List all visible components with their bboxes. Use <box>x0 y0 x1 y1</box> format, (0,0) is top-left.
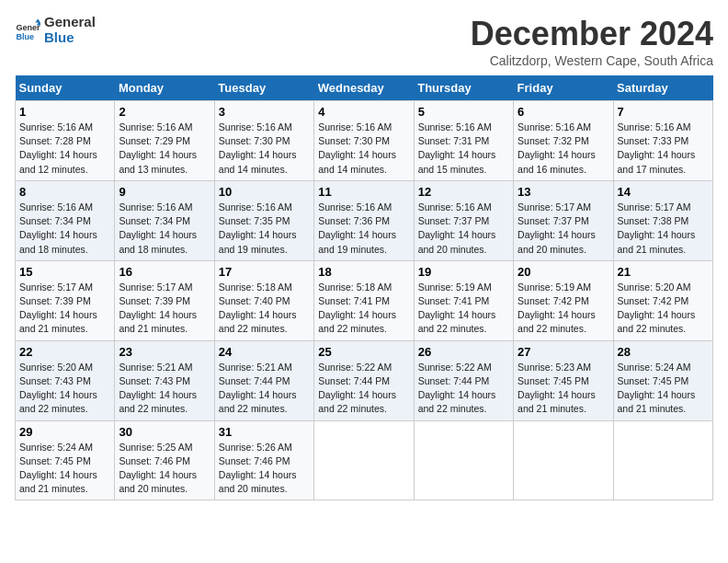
day-cell: 18Sunrise: 5:18 AMSunset: 7:41 PMDayligh… <box>314 260 414 340</box>
svg-text:Blue: Blue <box>16 31 34 40</box>
day-info: Sunrise: 5:20 AMSunset: 7:43 PMDaylight:… <box>19 361 110 417</box>
day-cell <box>414 420 513 500</box>
day-info: Sunrise: 5:20 AMSunset: 7:42 PMDaylight:… <box>618 281 709 337</box>
day-number: 21 <box>618 265 709 279</box>
day-info: Sunrise: 5:26 AMSunset: 7:46 PMDaylight:… <box>219 441 310 497</box>
header-monday: Monday <box>115 75 214 101</box>
day-number: 25 <box>318 345 409 359</box>
day-number: 20 <box>518 265 609 279</box>
calendar-table: SundayMondayTuesdayWednesdayThursdayFrid… <box>15 75 713 500</box>
logo: General Blue General Blue <box>15 15 96 45</box>
day-cell: 4Sunrise: 5:16 AMSunset: 7:30 PMDaylight… <box>314 101 414 181</box>
day-number: 22 <box>19 345 110 359</box>
day-cell <box>314 420 414 500</box>
day-info: Sunrise: 5:16 AMSunset: 7:37 PMDaylight:… <box>418 201 509 257</box>
day-number: 28 <box>618 345 709 359</box>
page-header: General Blue General Blue December 2024 … <box>15 15 713 68</box>
calendar-body: 1Sunrise: 5:16 AMSunset: 7:28 PMDaylight… <box>16 101 713 500</box>
day-cell: 9Sunrise: 5:16 AMSunset: 7:34 PMDaylight… <box>115 180 214 260</box>
day-info: Sunrise: 5:21 AMSunset: 7:43 PMDaylight:… <box>119 361 210 417</box>
day-cell: 14Sunrise: 5:17 AMSunset: 7:38 PMDayligh… <box>613 180 712 260</box>
day-cell <box>514 420 613 500</box>
day-number: 31 <box>219 425 310 439</box>
week-row-3: 15Sunrise: 5:17 AMSunset: 7:39 PMDayligh… <box>16 260 713 340</box>
day-cell: 19Sunrise: 5:19 AMSunset: 7:41 PMDayligh… <box>414 260 513 340</box>
day-number: 7 <box>618 105 709 119</box>
day-cell <box>613 420 712 500</box>
week-row-5: 29Sunrise: 5:24 AMSunset: 7:45 PMDayligh… <box>16 420 713 500</box>
day-info: Sunrise: 5:17 AMSunset: 7:39 PMDaylight:… <box>119 281 210 337</box>
day-cell: 29Sunrise: 5:24 AMSunset: 7:45 PMDayligh… <box>16 420 115 500</box>
week-row-4: 22Sunrise: 5:20 AMSunset: 7:43 PMDayligh… <box>16 340 713 420</box>
day-cell: 7Sunrise: 5:16 AMSunset: 7:33 PMDaylight… <box>613 101 712 181</box>
day-info: Sunrise: 5:16 AMSunset: 7:29 PMDaylight:… <box>119 121 210 177</box>
day-info: Sunrise: 5:25 AMSunset: 7:46 PMDaylight:… <box>119 441 210 497</box>
day-number: 6 <box>518 105 609 119</box>
day-number: 30 <box>119 425 210 439</box>
day-number: 13 <box>518 185 609 199</box>
day-cell: 21Sunrise: 5:20 AMSunset: 7:42 PMDayligh… <box>613 260 712 340</box>
day-number: 16 <box>119 265 210 279</box>
day-cell: 17Sunrise: 5:18 AMSunset: 7:40 PMDayligh… <box>214 260 313 340</box>
day-cell: 1Sunrise: 5:16 AMSunset: 7:28 PMDaylight… <box>16 101 115 181</box>
day-info: Sunrise: 5:22 AMSunset: 7:44 PMDaylight:… <box>418 361 509 417</box>
day-info: Sunrise: 5:16 AMSunset: 7:33 PMDaylight:… <box>618 121 709 177</box>
day-cell: 30Sunrise: 5:25 AMSunset: 7:46 PMDayligh… <box>115 420 214 500</box>
day-info: Sunrise: 5:16 AMSunset: 7:32 PMDaylight:… <box>518 121 609 177</box>
day-cell: 26Sunrise: 5:22 AMSunset: 7:44 PMDayligh… <box>414 340 513 420</box>
logo-icon: General Blue <box>15 17 40 43</box>
day-info: Sunrise: 5:16 AMSunset: 7:35 PMDaylight:… <box>219 201 310 257</box>
day-number: 19 <box>418 265 509 279</box>
day-cell: 22Sunrise: 5:20 AMSunset: 7:43 PMDayligh… <box>16 340 115 420</box>
header-thursday: Thursday <box>414 75 513 101</box>
day-cell: 13Sunrise: 5:17 AMSunset: 7:37 PMDayligh… <box>514 180 613 260</box>
day-number: 5 <box>418 105 509 119</box>
day-cell: 3Sunrise: 5:16 AMSunset: 7:30 PMDaylight… <box>214 101 313 181</box>
day-number: 10 <box>219 185 310 199</box>
day-cell: 12Sunrise: 5:16 AMSunset: 7:37 PMDayligh… <box>414 180 513 260</box>
day-info: Sunrise: 5:16 AMSunset: 7:36 PMDaylight:… <box>318 201 409 257</box>
header-friday: Friday <box>514 75 613 101</box>
day-number: 14 <box>618 185 709 199</box>
day-number: 9 <box>119 185 210 199</box>
day-number: 3 <box>219 105 310 119</box>
day-number: 4 <box>318 105 409 119</box>
day-info: Sunrise: 5:18 AMSunset: 7:40 PMDaylight:… <box>219 281 310 337</box>
header-wednesday: Wednesday <box>314 75 414 101</box>
day-info: Sunrise: 5:22 AMSunset: 7:44 PMDaylight:… <box>318 361 409 417</box>
day-cell: 31Sunrise: 5:26 AMSunset: 7:46 PMDayligh… <box>214 420 313 500</box>
day-info: Sunrise: 5:24 AMSunset: 7:45 PMDaylight:… <box>19 441 110 497</box>
day-info: Sunrise: 5:17 AMSunset: 7:39 PMDaylight:… <box>19 281 110 337</box>
day-cell: 8Sunrise: 5:16 AMSunset: 7:34 PMDaylight… <box>16 180 115 260</box>
day-cell: 2Sunrise: 5:16 AMSunset: 7:29 PMDaylight… <box>115 101 214 181</box>
day-info: Sunrise: 5:24 AMSunset: 7:45 PMDaylight:… <box>618 361 709 417</box>
header-saturday: Saturday <box>613 75 712 101</box>
day-info: Sunrise: 5:19 AMSunset: 7:41 PMDaylight:… <box>418 281 509 337</box>
day-cell: 27Sunrise: 5:23 AMSunset: 7:45 PMDayligh… <box>514 340 613 420</box>
day-info: Sunrise: 5:17 AMSunset: 7:38 PMDaylight:… <box>618 201 709 257</box>
day-cell: 16Sunrise: 5:17 AMSunset: 7:39 PMDayligh… <box>115 260 214 340</box>
day-number: 2 <box>119 105 210 119</box>
day-cell: 5Sunrise: 5:16 AMSunset: 7:31 PMDaylight… <box>414 101 513 181</box>
day-cell: 24Sunrise: 5:21 AMSunset: 7:44 PMDayligh… <box>214 340 313 420</box>
day-number: 17 <box>219 265 310 279</box>
day-info: Sunrise: 5:23 AMSunset: 7:45 PMDaylight:… <box>518 361 609 417</box>
day-number: 11 <box>318 185 409 199</box>
day-info: Sunrise: 5:16 AMSunset: 7:30 PMDaylight:… <box>318 121 409 177</box>
day-info: Sunrise: 5:16 AMSunset: 7:34 PMDaylight:… <box>119 201 210 257</box>
day-number: 24 <box>219 345 310 359</box>
day-info: Sunrise: 5:16 AMSunset: 7:31 PMDaylight:… <box>418 121 509 177</box>
day-info: Sunrise: 5:17 AMSunset: 7:37 PMDaylight:… <box>518 201 609 257</box>
logo-line2: Blue <box>44 30 96 46</box>
calendar-header-row: SundayMondayTuesdayWednesdayThursdayFrid… <box>16 75 713 101</box>
title-block: December 2024 Calitzdorp, Western Cape, … <box>471 15 713 68</box>
header-sunday: Sunday <box>16 75 115 101</box>
day-info: Sunrise: 5:18 AMSunset: 7:41 PMDaylight:… <box>318 281 409 337</box>
day-info: Sunrise: 5:16 AMSunset: 7:30 PMDaylight:… <box>219 121 310 177</box>
day-number: 15 <box>19 265 110 279</box>
day-info: Sunrise: 5:21 AMSunset: 7:44 PMDaylight:… <box>219 361 310 417</box>
location-subtitle: Calitzdorp, Western Cape, South Africa <box>471 53 713 68</box>
day-cell: 28Sunrise: 5:24 AMSunset: 7:45 PMDayligh… <box>613 340 712 420</box>
day-cell: 25Sunrise: 5:22 AMSunset: 7:44 PMDayligh… <box>314 340 414 420</box>
day-info: Sunrise: 5:16 AMSunset: 7:28 PMDaylight:… <box>19 121 110 177</box>
